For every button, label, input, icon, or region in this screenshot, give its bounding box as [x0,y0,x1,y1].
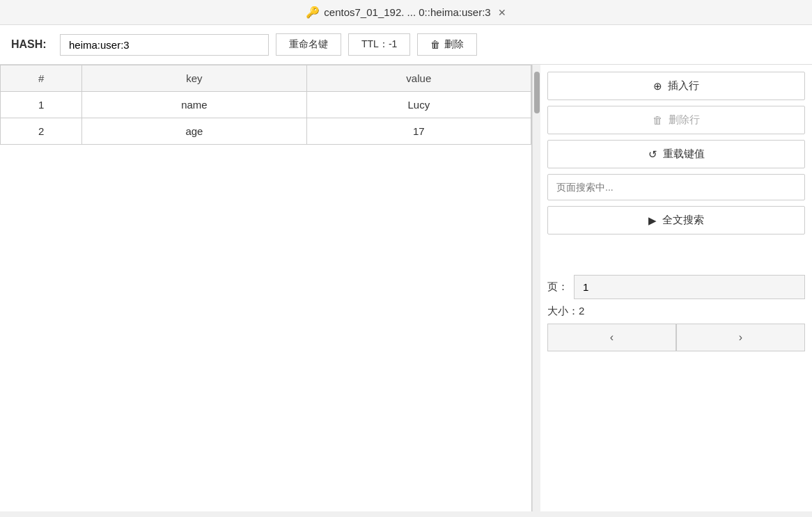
sidebar: ⊕ 插入行 🗑 删除行 ↺ 重载键值 ▶ 全文搜索 页： 大小：2 [540,65,812,511]
col-num: # [1,65,82,92]
key-icon: 🔑 [306,6,320,19]
delete-label: 删除 [444,38,464,51]
delete-row-icon: 🗑 [653,114,663,126]
hash-label: HASH: [11,38,53,51]
size-label: 大小：2 [547,305,584,318]
scrollbar[interactable] [532,65,540,511]
cell-key: age [82,118,306,145]
fullsearch-button[interactable]: ▶ 全文搜索 [547,206,805,234]
search-input[interactable] [547,174,805,200]
close-tab-icon[interactable]: ✕ [498,7,506,18]
trash-icon: 🗑 [430,39,440,50]
table-row[interactable]: 2age17 [1,118,531,145]
next-page-button[interactable]: › [676,324,805,351]
pagination-nav: ‹ › [547,324,805,351]
fullsearch-label: 全文搜索 [662,214,704,227]
key-input[interactable] [60,34,269,56]
cell-num: 1 [1,92,82,118]
insert-row-label: 插入行 [668,79,699,93]
col-value: value [306,65,531,92]
fullsearch-icon: ▶ [648,214,657,227]
reload-icon: ↺ [648,148,657,161]
table-row[interactable]: 1nameLucy [1,92,531,118]
page-input[interactable] [574,275,805,299]
cell-key: name [82,92,306,118]
table-area: # key value 1nameLucy2age17 [0,65,532,511]
ttl-label: TTL：-1 [348,33,410,56]
prev-page-button[interactable]: ‹ [547,324,676,351]
reload-button[interactable]: ↺ 重载键值 [547,140,805,168]
insert-icon: ⊕ [653,80,662,93]
cell-num: 2 [1,118,82,145]
page-label: 页： [547,280,568,294]
insert-row-button[interactable]: ⊕ 插入行 [547,72,805,100]
cell-value: 17 [306,118,531,145]
scrollbar-thumb [534,72,540,113]
reload-label: 重载键值 [663,148,705,161]
rename-button[interactable]: 重命名键 [276,33,341,56]
col-key: key [82,65,306,92]
tab-title: centos7_01_192. ... 0::heima:user:3 [324,6,490,18]
delete-row-button[interactable]: 🗑 删除行 [547,106,805,134]
delete-button[interactable]: 🗑 删除 [417,33,477,56]
data-table: # key value 1nameLucy2age17 [0,65,531,145]
cell-value: Lucy [306,92,531,118]
delete-row-label: 删除行 [669,113,700,127]
